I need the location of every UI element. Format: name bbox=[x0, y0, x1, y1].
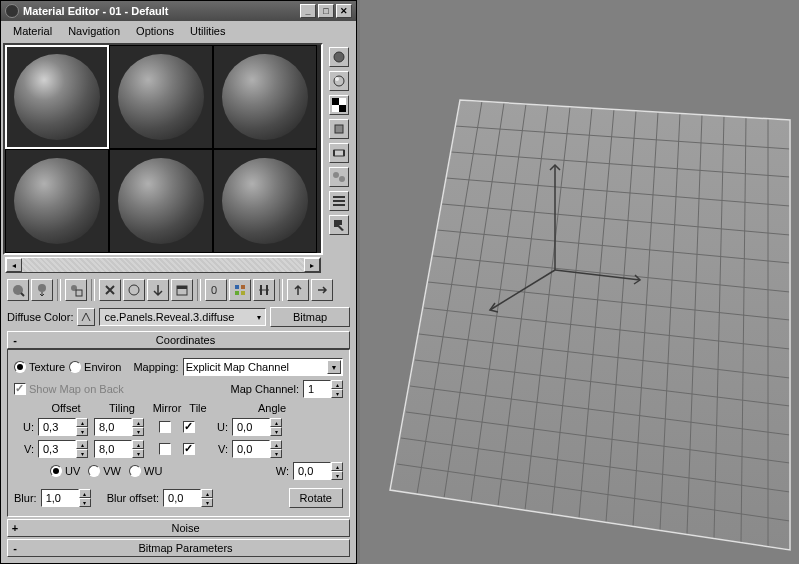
u-angle-spinner[interactable]: 0,0▴▾ bbox=[232, 418, 282, 436]
map-channel-spinner[interactable]: 1▴▾ bbox=[303, 380, 343, 398]
sphere-icon bbox=[118, 54, 204, 140]
v-tiling-spinner[interactable]: 8,0▴▾ bbox=[94, 440, 144, 458]
svg-rect-64 bbox=[241, 291, 245, 295]
coordinates-rollout: - Coordinates Texture Environ Mapping: E… bbox=[7, 331, 350, 517]
mapping-label: Mapping: bbox=[133, 361, 178, 373]
show-map-check[interactable]: Show Map on Back bbox=[14, 383, 124, 395]
mapping-select[interactable]: Explicit Map Channel ▼ bbox=[183, 358, 343, 376]
sample-slot-1[interactable] bbox=[5, 45, 109, 149]
menu-material[interactable]: Material bbox=[5, 23, 60, 39]
viewport-3d[interactable] bbox=[360, 0, 799, 564]
svg-rect-61 bbox=[235, 285, 239, 289]
svg-text:0: 0 bbox=[211, 284, 217, 296]
menubar: Material Navigation Options Utilities bbox=[1, 21, 356, 41]
sample-type-button[interactable] bbox=[329, 47, 349, 67]
assign-to-selection-button[interactable] bbox=[65, 279, 87, 301]
scroll-right-button[interactable]: ▸ bbox=[304, 258, 320, 272]
u-mirror-check[interactable] bbox=[154, 421, 178, 433]
v-mirror-check[interactable] bbox=[154, 443, 178, 455]
svg-rect-56 bbox=[76, 290, 82, 296]
coordinates-header[interactable]: - Coordinates bbox=[7, 331, 350, 349]
vw-radio[interactable]: VW bbox=[88, 465, 121, 477]
go-to-parent-button[interactable] bbox=[287, 279, 309, 301]
material-editor-window: Material Editor - 01 - Default _ □ ✕ Mat… bbox=[0, 0, 357, 564]
tiling-header: Tiling bbox=[94, 402, 150, 414]
noise-header[interactable]: + Noise bbox=[7, 519, 350, 537]
mirror-header: Mirror bbox=[150, 402, 184, 414]
svg-rect-59 bbox=[177, 286, 187, 289]
show-in-viewport-button[interactable] bbox=[229, 279, 251, 301]
u-offset-spinner[interactable]: 0,3▴▾ bbox=[38, 418, 88, 436]
background-button[interactable] bbox=[329, 95, 349, 115]
v-offset-spinner[interactable]: 0,3▴▾ bbox=[38, 440, 88, 458]
sample-area bbox=[1, 41, 356, 257]
titlebar[interactable]: Material Editor - 01 - Default _ □ ✕ bbox=[1, 1, 356, 21]
bitmap-params-title: Bitmap Parameters bbox=[22, 542, 349, 554]
select-by-material-button[interactable] bbox=[329, 215, 349, 235]
texture-radio[interactable]: Texture bbox=[14, 361, 65, 373]
uv-radio[interactable]: UV bbox=[50, 465, 80, 477]
map-type-button[interactable]: Bitmap bbox=[270, 307, 350, 327]
backlight-button[interactable] bbox=[329, 71, 349, 91]
make-copy-button[interactable] bbox=[123, 279, 145, 301]
show-end-result-button[interactable] bbox=[253, 279, 275, 301]
bitmap-params-header[interactable]: - Bitmap Parameters bbox=[7, 539, 350, 557]
put-to-scene-button[interactable] bbox=[31, 279, 53, 301]
u-tiling-spinner[interactable]: 8,0▴▾ bbox=[94, 418, 144, 436]
go-forward-button[interactable] bbox=[311, 279, 333, 301]
sample-slot-2[interactable] bbox=[109, 45, 213, 149]
scroll-track[interactable] bbox=[22, 258, 304, 272]
u-label: U: bbox=[14, 421, 38, 433]
viewport-scene bbox=[360, 0, 799, 564]
svg-rect-50 bbox=[333, 196, 345, 198]
v-label: V: bbox=[14, 443, 38, 455]
environ-radio[interactable]: Environ bbox=[69, 361, 121, 373]
sample-uv-button[interactable] bbox=[329, 119, 349, 139]
get-material-button[interactable] bbox=[7, 279, 29, 301]
wu-radio[interactable]: WU bbox=[129, 465, 162, 477]
maximize-button[interactable]: □ bbox=[318, 4, 334, 18]
svg-rect-52 bbox=[333, 204, 345, 206]
menu-options[interactable]: Options bbox=[128, 23, 182, 39]
blur-label: Blur: bbox=[14, 492, 37, 504]
reset-map-button[interactable] bbox=[99, 279, 121, 301]
sphere-icon bbox=[14, 158, 100, 244]
make-unique-button[interactable] bbox=[147, 279, 169, 301]
sample-slot-6[interactable] bbox=[213, 149, 317, 253]
svg-rect-51 bbox=[333, 200, 345, 202]
diffuse-label: Diffuse Color: bbox=[7, 311, 73, 323]
map-name-field[interactable]: ce.Panels.Reveal.3.diffuse▾ bbox=[99, 308, 266, 326]
sample-slot-4[interactable] bbox=[5, 149, 109, 253]
offset-header: Offset bbox=[38, 402, 94, 414]
map-name-text: ce.Panels.Reveal.3.diffuse bbox=[104, 311, 234, 323]
sample-slot-5[interactable] bbox=[109, 149, 213, 253]
w-angle-spinner[interactable]: 0,0▴▾ bbox=[293, 462, 343, 480]
rotate-button[interactable]: Rotate bbox=[289, 488, 343, 508]
video-color-button[interactable] bbox=[329, 143, 349, 163]
sample-hscroll[interactable]: ◂ ▸ bbox=[5, 257, 321, 273]
v-tile-check[interactable] bbox=[178, 443, 202, 455]
bitmap-params-rollout: - Bitmap Parameters bbox=[7, 539, 350, 557]
close-button[interactable]: ✕ bbox=[336, 4, 352, 18]
minimize-button[interactable]: _ bbox=[300, 4, 316, 18]
pick-map-button[interactable] bbox=[77, 308, 95, 326]
mapping-value: Explicit Map Channel bbox=[186, 361, 289, 373]
v-angle-spinner[interactable]: 0,0▴▾ bbox=[232, 440, 282, 458]
material-id-button[interactable]: 0 bbox=[205, 279, 227, 301]
collapse-icon: - bbox=[8, 334, 22, 346]
sphere-icon bbox=[222, 54, 308, 140]
svg-point-54 bbox=[38, 284, 46, 292]
bluroff-spinner[interactable]: 0,0▴▾ bbox=[163, 489, 213, 507]
svg-rect-46 bbox=[333, 150, 335, 156]
options-button[interactable] bbox=[329, 191, 349, 211]
scroll-left-button[interactable]: ◂ bbox=[6, 258, 22, 272]
window-title: Material Editor - 01 - Default bbox=[23, 5, 168, 17]
put-to-library-button[interactable] bbox=[171, 279, 193, 301]
blur-spinner[interactable]: 1,0▴▾ bbox=[41, 489, 91, 507]
sample-slot-3[interactable] bbox=[213, 45, 317, 149]
make-preview-button[interactable] bbox=[329, 167, 349, 187]
u-tile-check[interactable] bbox=[178, 421, 202, 433]
svg-rect-44 bbox=[335, 125, 343, 133]
menu-navigation[interactable]: Navigation bbox=[60, 23, 128, 39]
menu-utilities[interactable]: Utilities bbox=[182, 23, 233, 39]
